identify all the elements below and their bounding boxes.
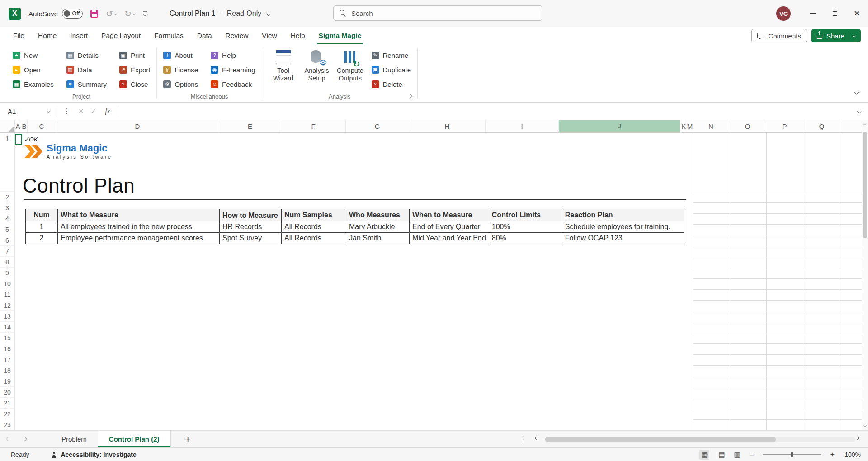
excel-app-icon[interactable] [9,8,21,20]
sheet-tab-control-plan-2[interactable]: Control Plan (2) [98,431,171,447]
column-header-n[interactable]: N [693,120,729,132]
table-cell[interactable]: Employee performance management scores [58,233,220,244]
share-button[interactable]: Share [811,29,861,42]
worksheet[interactable]: 1234567891011121314151617181920212223 ✓O… [0,133,862,430]
column-header-g[interactable]: G [346,120,409,132]
table-cell[interactable]: End of Every Quarter [410,221,489,233]
ribbon-button-e-learning[interactable]: ◉E-Learning [211,66,255,74]
column-header-a[interactable]: A [15,120,21,132]
page-layout-view-button[interactable] [718,451,725,459]
ribbon-button-open[interactable]: ▸Open [13,66,54,74]
ribbon-button-about[interactable]: iAbout [163,52,198,59]
table-header-cell-what-to-measure[interactable]: What to Measure [58,209,220,221]
expand-formula-bar-icon[interactable] [857,109,862,113]
row-header-3[interactable]: 3 [0,202,15,213]
name-box[interactable]: A1 [0,103,57,120]
zoom-slider-thumb[interactable] [791,452,793,457]
autosave-toggle[interactable]: Off [62,9,83,19]
user-avatar[interactable]: VC [776,6,791,21]
table-cell[interactable]: All Records [282,233,346,244]
save-icon[interactable] [90,10,98,18]
ribbon-button-tool-wizard[interactable]: Tool Wizard [269,48,298,82]
column-header-m[interactable]: M [687,120,693,132]
hscroll-right-icon[interactable] [856,437,859,440]
row-header-15[interactable]: 15 [0,333,15,343]
ribbon-button-close[interactable]: ×Close [119,80,150,88]
row-header-21[interactable]: 21 [0,398,15,409]
zoom-in-button[interactable] [830,451,835,459]
next-sheet-button[interactable] [16,437,33,441]
horizontal-scrollbar-thumb[interactable] [545,437,776,442]
row-header-16[interactable]: 16 [0,343,15,354]
restore-button[interactable] [824,0,846,27]
scroll-down-icon[interactable] [863,424,866,427]
insert-function-icon[interactable]: fx [100,107,115,115]
column-header-p[interactable]: P [766,120,803,132]
horizontal-scrollbar[interactable] [545,437,855,442]
share-dropdown-icon[interactable] [853,34,856,37]
row-header-13[interactable]: 13 [0,311,15,322]
table-header-cell-control-limits[interactable]: Control Limits [489,209,562,221]
menu-tab-help[interactable]: Help [284,27,312,44]
table-header-cell-num-samples[interactable]: Num Samples [282,209,346,221]
column-header-f[interactable]: F [281,120,346,132]
column-header-h[interactable]: H [409,120,486,132]
menu-tab-insert[interactable]: Insert [63,27,94,44]
table-header-cell-when-to-measure[interactable]: When to Measure [410,209,489,221]
row-header-12[interactable]: 12 [0,300,15,311]
ribbon-button-compute-outputs[interactable]: Compute Outputs [335,48,365,82]
column-header-e[interactable]: E [219,120,281,132]
column-header-d[interactable]: D [56,120,219,132]
close-button[interactable] [846,0,868,27]
column-header-o[interactable]: O [729,120,766,132]
table-cell[interactable]: 100% [489,221,562,233]
search-input[interactable] [351,9,523,17]
enter-icon[interactable] [87,107,100,116]
column-header-b[interactable]: B [21,120,28,132]
menu-tab-view[interactable]: View [255,27,283,44]
table-cell[interactable]: Jan Smith [346,233,410,244]
undo-button[interactable] [106,9,117,19]
table-cell[interactable]: All Records [282,221,346,233]
row-header-8[interactable]: 8 [0,257,15,268]
row-header-17[interactable]: 17 [0,354,15,365]
row-header-9[interactable]: 9 [0,268,15,278]
document-title[interactable]: Control Plan 1 - Read-Only [170,0,270,27]
table-cell[interactable]: 2 [26,233,58,244]
table-cell[interactable]: Schedule employees for training. [562,221,684,233]
menu-tab-sigma-magic[interactable]: Sigma Magic [312,27,368,44]
ribbon-button-duplicate[interactable]: ▣Duplicate [372,66,411,74]
comments-button[interactable]: Comments [751,29,807,42]
ribbon-button-examples[interactable]: ▦Examples [13,80,54,88]
vertical-scrollbar[interactable] [862,120,868,430]
accessibility-checker[interactable]: Accessibility: Investigate [51,451,136,458]
table-cell[interactable]: HR Records [220,221,282,233]
hscroll-left-icon[interactable] [535,437,538,440]
menu-tab-formulas[interactable]: Formulas [147,27,190,44]
table-cell[interactable]: Follow OCAP 123 [562,233,684,244]
row-header-18[interactable]: 18 [0,365,15,376]
row-header-20[interactable]: 20 [0,387,15,398]
ribbon-button-summary[interactable]: ≡Summary [66,80,107,88]
ribbon-button-rename[interactable]: ✎Rename [372,52,411,59]
ribbon-button-license[interactable]: §License [163,66,198,74]
table-header-cell-num[interactable]: Num [26,209,58,221]
collapse-ribbon-button[interactable] [855,88,858,96]
ribbon-button-options[interactable]: ⚙Options [163,80,198,88]
row-header-10[interactable]: 10 [0,278,15,289]
select-all-corner[interactable] [0,120,15,132]
ribbon-button-help[interactable]: ?Help [211,52,255,59]
formula-input[interactable] [118,103,850,120]
formula-bar-splitter-icon[interactable] [63,107,70,115]
column-header-q[interactable]: Q [803,120,840,132]
cancel-icon[interactable] [75,106,87,116]
ribbon-button-export[interactable]: ↗Export [119,66,150,74]
ribbon-button-data[interactable]: ▥Data [66,66,107,74]
row-header-19[interactable]: 19 [0,376,15,387]
document-title-dropdown-icon[interactable] [266,11,271,16]
minimize-button[interactable] [802,0,824,27]
row-header-2[interactable]: 2 [0,192,15,202]
zoom-level[interactable]: 100% [844,451,861,458]
column-header-k[interactable]: K [680,120,687,132]
ribbon-button-feedback[interactable]: ☺Feedback [211,80,255,88]
